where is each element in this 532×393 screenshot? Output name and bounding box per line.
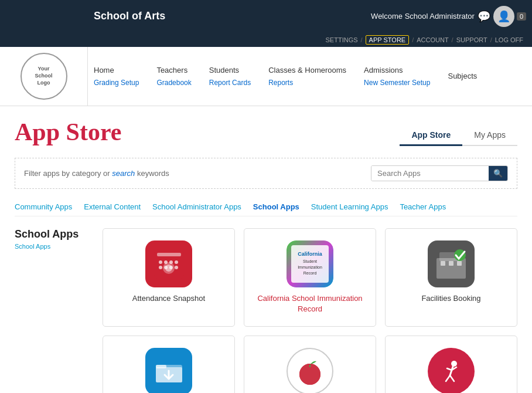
welcome-text: Welcome School Administrator bbox=[371, 12, 475, 21]
avatar[interactable]: 👤 bbox=[493, 6, 514, 27]
nav-classes[interactable]: Classes & Homerooms bbox=[268, 63, 346, 77]
nav-log-off[interactable]: LOG OFF bbox=[495, 36, 523, 43]
svg-line-35 bbox=[446, 375, 450, 381]
apple-icon-svg bbox=[294, 355, 326, 388]
nav-divider1: / bbox=[361, 36, 363, 43]
svg-text:California: California bbox=[298, 251, 323, 257]
svg-point-31 bbox=[451, 361, 457, 367]
nav-home[interactable]: Home bbox=[94, 63, 139, 77]
sub-header: SETTINGS / APP STORE / ACCOUNT / SUPPORT… bbox=[0, 32, 532, 47]
nav-settings[interactable]: SETTINGS bbox=[326, 36, 358, 43]
nav-classes-group: Classes & Homerooms Reports bbox=[268, 63, 346, 90]
attendance-icon-svg bbox=[153, 248, 185, 280]
section-heading: School Apps bbox=[15, 228, 91, 240]
svg-point-2 bbox=[159, 260, 162, 264]
nav-subjects[interactable]: Subjects bbox=[448, 69, 477, 83]
nav-support[interactable]: SUPPORT bbox=[456, 36, 487, 43]
nav-divider4: / bbox=[490, 36, 492, 43]
nav-app-store[interactable]: APP STORE bbox=[366, 35, 410, 45]
filter-label-middle: apps by category or bbox=[43, 169, 112, 178]
page-content: App Store App Store My Apps Filter apps … bbox=[0, 106, 532, 393]
app-card-runner[interactable] bbox=[385, 336, 517, 393]
category-school-apps[interactable]: School Apps bbox=[253, 202, 299, 211]
category-teacher-apps[interactable]: Teacher Apps bbox=[400, 202, 446, 211]
svg-text:Student: Student bbox=[303, 259, 317, 263]
svg-rect-20 bbox=[441, 261, 445, 266]
svg-line-32 bbox=[450, 367, 453, 375]
school-name: School of Arts bbox=[88, 10, 371, 22]
app-card-apple[interactable] bbox=[244, 336, 376, 393]
nav-teachers[interactable]: Teachers bbox=[156, 63, 191, 77]
logo-area: YourSchoolLogo bbox=[0, 47, 88, 106]
nav-admissions-group: Admissions New Semester Setup bbox=[364, 63, 430, 90]
app-card-california[interactable]: California Student Immunization Record C… bbox=[244, 228, 376, 327]
section-title-col: School Apps School Apps bbox=[15, 228, 91, 393]
notification-badge: 0 bbox=[517, 12, 526, 21]
app-card-attendance[interactable]: Attendance Snapshot bbox=[103, 228, 235, 327]
facilities-app-name: Facilities Booking bbox=[421, 293, 480, 304]
nav-divider3: / bbox=[452, 36, 453, 43]
filter-label: Filter apps by category or search keywor… bbox=[24, 169, 169, 178]
nav-account[interactable]: ACCOUNT bbox=[417, 36, 448, 43]
category-student-learning[interactable]: Student Learning Apps bbox=[311, 202, 388, 211]
app-grid: Attendance Snapshot bbox=[103, 228, 517, 393]
california-icon-svg: California Student Immunization Record bbox=[287, 240, 333, 287]
filter-bar: Filter apps by category or search keywor… bbox=[15, 158, 517, 189]
search-button[interactable]: 🔍 bbox=[489, 166, 507, 181]
nav-home-group: Home Grading Setup bbox=[94, 63, 139, 90]
svg-line-33 bbox=[447, 368, 452, 370]
category-external-content[interactable]: External Content bbox=[84, 202, 141, 211]
search-input[interactable] bbox=[371, 166, 489, 181]
section-subtext: School Apps bbox=[15, 243, 91, 250]
logo-text: YourSchoolLogo bbox=[35, 66, 52, 86]
category-links: Community Apps External Content School A… bbox=[15, 198, 517, 216]
california-app-name: California School Immunization Record bbox=[253, 293, 367, 314]
filter-emphasis: search bbox=[112, 169, 135, 178]
svg-rect-21 bbox=[449, 261, 453, 266]
svg-point-6 bbox=[159, 266, 162, 269]
svg-point-9 bbox=[175, 266, 178, 269]
svg-text:Record: Record bbox=[303, 271, 317, 275]
svg-point-5 bbox=[175, 260, 178, 264]
avatar-area: 👤 0 bbox=[493, 6, 526, 27]
nav-students[interactable]: Students bbox=[209, 63, 251, 77]
svg-line-36 bbox=[450, 375, 454, 381]
runner-icon bbox=[428, 348, 475, 393]
section-wrapper: School Apps School Apps bbox=[15, 228, 517, 393]
page-title: App Store bbox=[15, 118, 121, 146]
category-community-apps[interactable]: Community Apps bbox=[15, 202, 72, 211]
file-manager-icon-svg bbox=[153, 355, 185, 388]
header-right: Welcome School Administrator 💬 👤 0 bbox=[371, 6, 526, 27]
app-store-header: App Store App Store My Apps bbox=[15, 118, 517, 146]
tabs-area: App Store My Apps bbox=[400, 126, 517, 146]
nav-grading-setup[interactable]: Grading Setup bbox=[94, 77, 139, 90]
file-manager-icon bbox=[145, 348, 192, 393]
svg-text:Immunization: Immunization bbox=[298, 265, 322, 269]
app-card-facilities[interactable]: Facilities Booking bbox=[385, 228, 517, 327]
nav-admissions[interactable]: Admissions bbox=[364, 63, 430, 77]
tab-my-apps[interactable]: My Apps bbox=[462, 126, 517, 146]
svg-rect-22 bbox=[457, 261, 462, 266]
nav-gradebook[interactable]: Gradebook bbox=[156, 77, 191, 90]
svg-rect-26 bbox=[156, 365, 166, 368]
search-box: 🔍 bbox=[371, 165, 508, 181]
category-school-admin-apps[interactable]: School Administrator Apps bbox=[152, 202, 241, 211]
svg-rect-1 bbox=[157, 253, 181, 256]
facilities-icon-svg bbox=[434, 246, 469, 282]
nav-teachers-group: Teachers Gradebook bbox=[156, 63, 191, 90]
apple-icon bbox=[287, 348, 333, 393]
nav-subjects-group: Subjects bbox=[448, 69, 477, 83]
attendance-icon bbox=[145, 240, 192, 287]
app-card-file-manager[interactable] bbox=[103, 336, 235, 393]
top-header: School of Arts Welcome School Administra… bbox=[0, 0, 532, 32]
nav-reports[interactable]: Reports bbox=[268, 77, 346, 90]
nav-students-group: Students Report Cards bbox=[209, 63, 251, 90]
chat-icon[interactable]: 💬 bbox=[478, 10, 490, 23]
california-icon: California Student Immunization Record bbox=[287, 240, 333, 287]
nav-new-semester[interactable]: New Semester Setup bbox=[364, 77, 430, 90]
facilities-icon bbox=[428, 240, 475, 287]
nav-report-cards[interactable]: Report Cards bbox=[209, 77, 251, 90]
runner-icon-svg bbox=[435, 355, 468, 388]
tab-app-store[interactable]: App Store bbox=[400, 126, 462, 146]
attendance-app-name: Attendance Snapshot bbox=[132, 293, 205, 304]
